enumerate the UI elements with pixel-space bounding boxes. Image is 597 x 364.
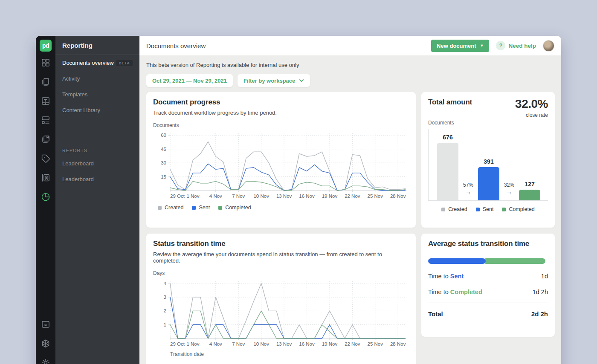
legend-label-created: Created bbox=[448, 206, 467, 212]
arrow-right-icon: → bbox=[499, 188, 519, 195]
sidebar-item-label: Activity bbox=[62, 75, 80, 82]
svg-text:1 Nov: 1 Nov bbox=[186, 194, 199, 199]
workspace-filter-label: Filter by workspace bbox=[243, 78, 295, 84]
svg-text:19 Nov: 19 Nov bbox=[322, 194, 338, 199]
settings-gear-icon[interactable] bbox=[41, 358, 51, 364]
user-avatar[interactable] bbox=[543, 40, 554, 52]
documents-icon[interactable] bbox=[41, 77, 51, 87]
total-value: 2d 2h bbox=[531, 310, 548, 318]
forms-icon[interactable] bbox=[41, 115, 51, 125]
completed-status-label: Completed bbox=[450, 289, 482, 295]
topbar: Documents overview New document ▼ ? Need… bbox=[139, 36, 561, 55]
need-help-button[interactable]: ? Need help bbox=[496, 41, 536, 50]
sidebar-item-label: Content Library bbox=[62, 107, 100, 113]
workspace-filter-button[interactable]: Filter by workspace bbox=[238, 74, 310, 87]
sent-legend-swatch bbox=[476, 208, 480, 211]
svg-text:4 Nov: 4 Nov bbox=[209, 194, 222, 199]
sidebar-section-reports: REPORTS bbox=[55, 143, 139, 156]
conversion-pct: 32% bbox=[504, 182, 514, 188]
filter-row: Oct 29, 2021 — Nov 29, 2021 Filter by wo… bbox=[146, 74, 555, 87]
row-prefix: Time to bbox=[428, 273, 450, 280]
svg-text:45: 45 bbox=[161, 147, 166, 152]
svg-text:4: 4 bbox=[164, 281, 167, 286]
time-to-completed-row: Time to Completed 1d 2h bbox=[428, 289, 548, 295]
divider bbox=[428, 303, 548, 303]
integrations-cube-icon[interactable] bbox=[41, 338, 51, 349]
svg-text:7 Nov: 7 Nov bbox=[232, 194, 245, 199]
chart-legend: Created Sent Completed bbox=[158, 205, 409, 211]
time-to-sent-value: 1d bbox=[541, 273, 548, 280]
icon-rail: pd bbox=[36, 36, 55, 364]
bar-sent: 391 bbox=[478, 158, 499, 200]
svg-text:29 Oct: 29 Oct bbox=[170, 341, 185, 347]
pandadoc-logo[interactable]: pd bbox=[40, 40, 52, 52]
sidebar-item-templates[interactable]: Templates bbox=[55, 87, 139, 102]
reports-pie-icon[interactable] bbox=[41, 192, 51, 202]
date-range-label: Oct 29, 2021 — Nov 29, 2021 bbox=[152, 78, 227, 84]
svg-text:60: 60 bbox=[161, 133, 166, 138]
question-mark-icon: ? bbox=[496, 41, 505, 50]
y-axis-label: Days bbox=[153, 270, 409, 276]
svg-text:16 Nov: 16 Nov bbox=[299, 194, 315, 199]
chart-legend: Created Sent Completed bbox=[428, 206, 548, 212]
total-amount-card: Total amount 32.0% close rate Documents … bbox=[421, 92, 555, 228]
sent-ratio-segment bbox=[428, 258, 486, 264]
sent-legend-swatch bbox=[192, 206, 196, 210]
sidebar-item-activity[interactable]: Activity bbox=[55, 71, 139, 87]
y-axis-label: Documents bbox=[153, 122, 409, 128]
document-progress-card: Document progress Track document workflo… bbox=[146, 92, 416, 228]
sidebar-item-content-library[interactable]: Content Library bbox=[55, 102, 139, 118]
completed-legend-swatch bbox=[502, 208, 506, 211]
chevron-down-icon: ▼ bbox=[480, 43, 484, 48]
dashboard-icon[interactable] bbox=[41, 58, 51, 68]
created-legend-swatch bbox=[158, 206, 162, 210]
new-document-label: New document bbox=[437, 43, 476, 49]
svg-text:1 Nov: 1 Nov bbox=[186, 341, 199, 347]
arrow-right-icon: → bbox=[458, 188, 478, 195]
templates-icon[interactable] bbox=[41, 96, 51, 106]
sidebar-item-label: Leaderboard bbox=[62, 176, 94, 182]
content-area: This beta version of Reporting is availa… bbox=[139, 55, 561, 364]
sidebar-item-documents-overview[interactable]: Documents overview BETA bbox=[55, 55, 139, 71]
beta-banner-text: This beta version of Reporting is availa… bbox=[146, 62, 555, 68]
svg-text:10 Nov: 10 Nov bbox=[253, 341, 269, 347]
conversion-rate-2: 32%→ bbox=[499, 182, 519, 195]
svg-text:4 Nov: 4 Nov bbox=[209, 341, 222, 347]
legend-label-sent: Sent bbox=[483, 206, 494, 212]
content-library-icon[interactable] bbox=[41, 134, 51, 144]
card-title: Total amount bbox=[428, 98, 472, 107]
app-window: pd Reporting Documents overview bbox=[36, 36, 561, 364]
date-range-button[interactable]: Oct 29, 2021 — Nov 29, 2021 bbox=[146, 74, 233, 87]
cards-grid: Document progress Track document workflo… bbox=[146, 92, 555, 364]
svg-text:3: 3 bbox=[164, 295, 166, 300]
contacts-icon[interactable] bbox=[41, 173, 51, 183]
main-area: Documents overview New document ▼ ? Need… bbox=[139, 36, 561, 364]
bar-value: 391 bbox=[484, 158, 493, 165]
chevron-down-icon bbox=[299, 78, 304, 83]
x-axis-label: Transition date bbox=[170, 351, 409, 357]
close-rate-label: close rate bbox=[515, 112, 548, 118]
legend-label-created: Created bbox=[165, 205, 183, 211]
page-title: Documents overview bbox=[146, 42, 206, 49]
svg-text:13 Nov: 13 Nov bbox=[276, 341, 292, 347]
card-subtitle: Track document workflow progress by time… bbox=[153, 110, 409, 116]
transition-ratio-bar bbox=[428, 258, 548, 264]
svg-text:10 Nov: 10 Nov bbox=[253, 194, 269, 199]
svg-text:2: 2 bbox=[164, 308, 166, 313]
y-axis-label: Documents bbox=[428, 120, 548, 126]
document-progress-line-chart: 1530456029 Oct1 Nov4 Nov7 Nov10 Nov13 No… bbox=[153, 128, 409, 199]
sidebar-item-leaderboard-1[interactable]: Leaderboard bbox=[55, 156, 139, 171]
legend-label-sent: Sent bbox=[199, 205, 210, 211]
status-transition-card: Status transition time Review the averag… bbox=[146, 234, 416, 364]
sidebar-item-label: Templates bbox=[62, 91, 87, 98]
new-document-button[interactable]: New document ▼ bbox=[431, 40, 489, 52]
status-transition-line-chart: 123429 Oct1 Nov4 Nov7 Nov10 Nov13 Nov16 … bbox=[153, 276, 409, 347]
svg-text:19 Nov: 19 Nov bbox=[322, 341, 338, 347]
catalog-tag-icon[interactable] bbox=[41, 153, 51, 164]
card-title: Average status transition time bbox=[428, 240, 548, 248]
svg-text:28 Nov: 28 Nov bbox=[390, 341, 406, 347]
legend-label-completed: Completed bbox=[509, 206, 534, 212]
bar-rect bbox=[519, 190, 540, 200]
inbox-icon[interactable] bbox=[41, 319, 51, 329]
sidebar-item-leaderboard-2[interactable]: Leaderboard bbox=[55, 171, 139, 187]
